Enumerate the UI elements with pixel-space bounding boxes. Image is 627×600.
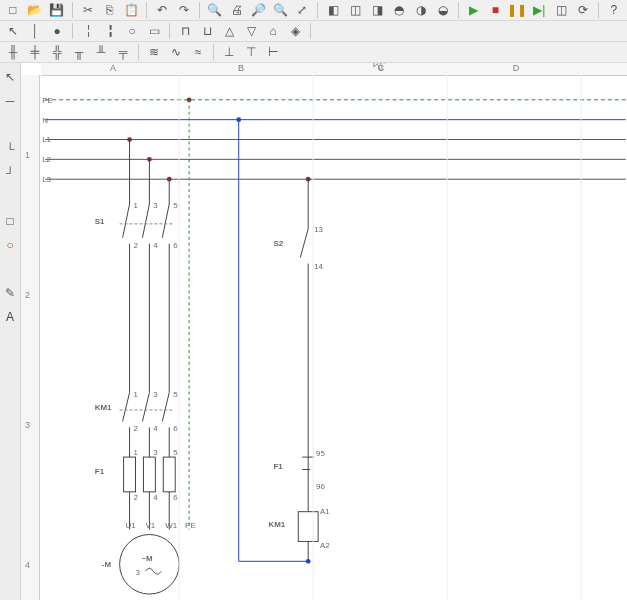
e12-icon[interactable]: ⊢ [262,42,284,62]
wire-icon[interactable]: │ [24,21,46,41]
e11-icon[interactable]: ⊤ [240,42,262,62]
row-header: 1 [25,150,30,160]
comp-b-icon[interactable]: ⊔ [196,21,218,41]
align-left-icon[interactable]: ◧ [322,0,344,20]
corner-tool-icon[interactable]: └ [0,139,21,159]
zoom-fit-icon[interactable]: ⤢ [292,0,314,20]
find-icon[interactable]: 🔎 [248,0,270,20]
sim-pause-icon: ❚❚ [507,4,527,16]
circle-tool-icon: ○ [6,239,13,251]
new-file-icon[interactable]: □ [2,0,24,20]
sim-config-icon[interactable]: ◫ [550,0,572,20]
toolbar-components: ↖│●╎╏○▭⊓⊔△▽⌂◈ [0,21,627,42]
draw-tool-icon[interactable]: ✎ [0,283,21,303]
contact-no-icon[interactable]: ╎ [77,21,99,41]
e8-icon[interactable]: ∿ [165,42,187,62]
e1-icon[interactable]: ╫ [2,42,24,62]
comp-c-icon[interactable]: △ [218,21,240,41]
col-header: D [513,63,520,73]
align-right-icon[interactable]: ◨ [366,0,388,20]
col-header: A [110,63,116,73]
pointer-icon[interactable]: ↖ [2,21,24,41]
row-header: 3 [25,420,30,430]
spacer-icon[interactable] [315,21,337,41]
help-icon: ? [611,4,618,16]
text-tool-icon[interactable]: A [0,307,21,327]
line-tool-icon[interactable]: ─ [0,91,21,111]
comp-c-icon: △ [225,25,234,37]
undo-icon[interactable]: ↶ [151,0,173,20]
e7-icon[interactable]: ≋ [143,42,165,62]
cut-icon[interactable]: ✂ [77,0,99,20]
e5-icon: ╨ [97,46,106,58]
sim-pause-icon[interactable]: ❚❚ [506,0,528,20]
align-bottom-icon[interactable]: ◒ [432,0,454,20]
sim-play-icon[interactable]: ▶ [463,0,485,20]
corner-b-tool-icon[interactable]: ┘ [0,163,21,183]
row-header: 4 [25,560,30,570]
e7-icon: ≋ [149,46,159,58]
open-file-icon: 📂 [27,4,42,16]
e3-icon[interactable]: ╬ [46,42,68,62]
redo-icon[interactable]: ↷ [173,0,195,20]
relay-icon[interactable]: ▭ [143,21,165,41]
zoom-in-icon[interactable]: 🔍 [204,0,226,20]
comp-a-icon[interactable]: ⊓ [174,21,196,41]
pointer-icon: ↖ [8,25,18,37]
sim-step-icon[interactable]: ▶| [528,0,550,20]
line-tool-icon: ─ [6,95,15,107]
align-middle-icon[interactable]: ◑ [410,0,432,20]
sim-stop-icon: ■ [492,4,499,16]
e9-icon[interactable]: ≈ [187,42,209,62]
spacer2 [0,187,21,207]
e6-icon: ╤ [119,46,128,58]
sim-stop-icon[interactable]: ■ [485,0,507,20]
e2-icon[interactable]: ╪ [24,42,46,62]
print-icon[interactable]: 🖨 [226,0,248,20]
e4-icon[interactable]: ╥ [68,42,90,62]
drawing-area[interactable]: ABCDE 1234 PENL1L2L3121212U1343434V15656… [21,63,627,600]
sim-step-icon: ▶| [533,4,545,16]
e5-icon[interactable]: ╨ [90,42,112,62]
save-icon[interactable]: 💾 [46,0,68,20]
draw-tool-icon: ✎ [5,287,15,299]
sim-config-icon: ◫ [556,4,567,16]
zoom-out-icon[interactable]: 🔍 [270,0,292,20]
row-header: 2 [25,290,30,300]
sim-reset-icon[interactable]: ⟳ [572,0,594,20]
contact-nc-icon[interactable]: ╏ [99,21,121,41]
toolbar-separator [72,2,73,18]
paste-icon[interactable]: 📋 [120,0,142,20]
e9-icon: ≈ [195,46,202,58]
comp-f-icon[interactable]: ◈ [284,21,306,41]
align-top-icon[interactable]: ◓ [388,0,410,20]
help-icon[interactable]: ? [603,0,625,20]
junction-icon: ● [53,25,60,37]
e10-icon[interactable]: ⊥ [218,42,240,62]
comp-d-icon[interactable]: ▽ [240,21,262,41]
comp-e-icon[interactable]: ⌂ [262,21,284,41]
undo-icon: ↶ [157,4,167,16]
coil-icon[interactable]: ○ [121,21,143,41]
toolbar-separator [169,23,170,39]
e2-icon: ╪ [31,46,40,58]
copy-icon[interactable]: ⎘ [99,0,121,20]
dot-grid [39,75,627,600]
col-header: B [238,63,244,73]
open-file-icon[interactable]: 📂 [24,0,46,20]
cut-icon: ✂ [83,4,93,16]
e6-icon[interactable]: ╤ [112,42,134,62]
rect-tool-icon[interactable]: □ [0,211,21,231]
align-bottom-icon: ◒ [438,4,448,16]
toolbar-separator [138,44,139,60]
sim-play-icon: ▶ [469,4,478,16]
zoom-in-icon: 🔍 [207,4,222,16]
select-tool-icon[interactable]: ↖ [0,67,21,87]
zoom-out-icon: 🔍 [273,4,288,16]
circle-tool-icon[interactable]: ○ [0,235,21,255]
toolbar-separator [146,2,147,18]
align-center-icon[interactable]: ◫ [344,0,366,20]
e4-icon: ╥ [75,46,84,58]
zoom-fit-icon: ⤢ [297,4,307,16]
junction-icon[interactable]: ● [46,21,68,41]
